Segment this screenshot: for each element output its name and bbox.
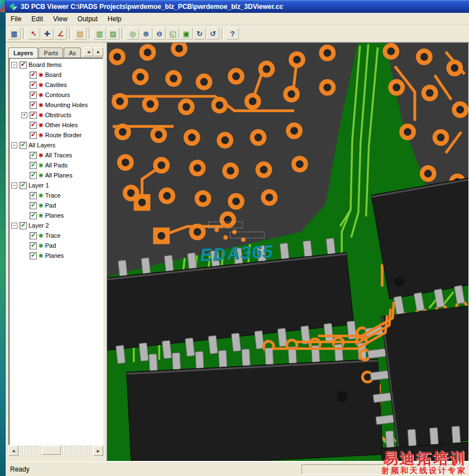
board-bottom-button[interactable]: ▨	[107, 27, 119, 40]
tree-item-obstructs[interactable]: + ✔ ◉ Obstructs	[10, 110, 103, 120]
layers-icon: ▤	[76, 30, 83, 38]
checkbox[interactable]: ✔	[30, 92, 37, 99]
checkbox[interactable]: ✔	[30, 102, 37, 109]
checkbox[interactable]: ✔	[30, 112, 37, 119]
status-bar: Ready	[6, 461, 469, 476]
tree-item-cavities[interactable]: ✔ ◉ Cavities	[10, 80, 103, 90]
layer-icon: ◉	[39, 172, 44, 179]
pcb-3d-viewport[interactable]: EDA365	[107, 42, 469, 461]
checkbox[interactable]: ✔	[20, 222, 27, 229]
status-panel	[302, 464, 465, 474]
checkbox[interactable]: ✔	[30, 122, 37, 129]
checkbox[interactable]: ✔	[30, 192, 37, 199]
pcb-3d-view[interactable]: EDA365	[107, 43, 468, 461]
collapse-icon[interactable]: −	[11, 182, 17, 189]
tree-item-layer2-pad[interactable]: ✔ ◉ Pad	[10, 241, 103, 251]
collapse-icon[interactable]: −	[11, 223, 17, 229]
collapse-icon[interactable]: −	[11, 62, 17, 68]
zoom-fit-button[interactable]: ◱	[166, 27, 179, 40]
zoom-all-icon: ▣	[183, 30, 189, 38]
layer-icon: ◉	[39, 152, 44, 158]
tree-item-all-planes[interactable]: ✔ ◉ All Planes	[10, 170, 103, 180]
layers-button[interactable]: ▤	[74, 27, 87, 40]
zoom-fit-icon: ◱	[169, 30, 176, 38]
zoom-all-button[interactable]: ▣	[180, 27, 193, 40]
rotate-view-icon: ↻	[197, 30, 203, 38]
zoom-window-button[interactable]: ◎	[126, 27, 139, 40]
checkbox[interactable]: ✔	[30, 242, 37, 249]
zoom-in-icon: ⊕	[143, 30, 149, 38]
zoom-out-button[interactable]: ⊖	[153, 27, 166, 40]
app-icon	[9, 2, 18, 11]
tree-item-layer1-planes[interactable]: ✔ ◉ Planes	[10, 210, 103, 220]
zoom-window-icon: ◎	[130, 30, 136, 38]
tab-parts[interactable]: Parts	[39, 47, 63, 57]
title-bar[interactable]: 3D PCB Viewer C:\PADS Projects\pwrdemoe_…	[6, 0, 469, 13]
checkbox[interactable]: ✔	[30, 172, 37, 179]
spin-view-button[interactable]: ↺	[207, 27, 219, 40]
tree-item-layer-1[interactable]: − ✔ Layer 1	[10, 180, 103, 190]
tree-item-board[interactable]: ✔ ◉ Board	[10, 70, 103, 80]
checkbox[interactable]: ✔	[30, 152, 37, 159]
tree-item-layer2-trace[interactable]: ✔ ◉ Trace	[10, 230, 103, 241]
checkbox[interactable]: ✔	[30, 132, 37, 139]
tree-item-layer2-planes[interactable]: ✔ ◉ Planes	[10, 251, 103, 261]
checkbox[interactable]: ✔	[30, 71, 37, 79]
tree-item-all-pads[interactable]: ✔ ◉ All Pads	[10, 160, 103, 170]
zoom-in-button[interactable]: ⊕	[140, 27, 152, 40]
rotate-view-button[interactable]: ↻	[193, 27, 206, 40]
tree-item-layer-2[interactable]: − ✔ Layer 2	[10, 220, 103, 230]
tab-scroll-left-icon[interactable]: ◄	[84, 47, 93, 56]
checkbox[interactable]: ✔	[20, 142, 27, 149]
checkbox[interactable]: ✔	[20, 61, 27, 69]
collapse-icon[interactable]: −	[11, 142, 17, 148]
desktop-icon-fragment	[0, 0, 5, 12]
eda365-watermark: EDA365	[200, 241, 274, 265]
tree-item-mounting-holes[interactable]: ✔ ◉ Mounting Holes	[10, 100, 103, 110]
tab-assemblies[interactable]: As	[64, 47, 81, 57]
select-button[interactable]: ↖	[27, 27, 40, 40]
desktop-background	[0, 0, 5, 476]
tree-item-all-layers[interactable]: − ✔ All Layers	[10, 140, 103, 150]
checkbox[interactable]: ✔	[30, 202, 37, 209]
tree-item-board-items[interactable]: − ✔ Board Items	[10, 60, 103, 70]
layer-icon: ◉	[39, 132, 44, 138]
checkbox[interactable]: ✔	[30, 252, 37, 259]
checkbox[interactable]: ✔	[30, 81, 37, 89]
tree-horizontal-scrollbar[interactable]: ◄ ►	[8, 446, 103, 455]
checkbox[interactable]: ✔	[30, 162, 37, 169]
menu-output[interactable]: Output	[73, 13, 103, 25]
toolbar-separator	[69, 28, 71, 39]
scroll-left-icon[interactable]: ◄	[8, 446, 18, 456]
tree-item-layer1-trace[interactable]: ✔ ◉ Trace	[10, 190, 103, 200]
checkbox[interactable]: ✔	[20, 182, 27, 189]
help-icon: ?	[231, 30, 235, 38]
tree-item-all-traces[interactable]: ✔ ◉ All Traces	[10, 150, 103, 160]
menu-edit[interactable]: Edit	[26, 13, 48, 25]
help-button[interactable]: ?	[226, 27, 239, 40]
viewer-grid-button[interactable]: ▦	[8, 27, 21, 40]
scroll-right-icon[interactable]: ►	[93, 446, 103, 456]
checkbox[interactable]: ✔	[30, 212, 37, 219]
measure-button[interactable]: ∠	[54, 27, 67, 40]
menu-help[interactable]: Help	[103, 13, 127, 25]
tree-item-layer1-pad[interactable]: ✔ ◉ Pad	[10, 200, 103, 210]
menu-view[interactable]: View	[48, 13, 73, 25]
tree-item-other-holes[interactable]: ✔ ◉ Other Holes	[10, 120, 103, 130]
layer-icon: ◉	[39, 242, 44, 249]
tab-layers[interactable]: Layers	[8, 47, 38, 58]
checkbox[interactable]: ✔	[30, 232, 37, 239]
tab-scroll-right-icon[interactable]: ►	[94, 47, 103, 56]
toolbar-separator	[222, 28, 224, 39]
window-title: 3D PCB Viewer C:\PADS Projects\pwrdemoe_…	[21, 3, 283, 11]
tree-item-contours[interactable]: ✔ ◉ Contours	[10, 90, 103, 100]
scroll-track[interactable]	[18, 446, 93, 455]
layer-icon: ◉	[39, 202, 44, 209]
crosshair-button[interactable]: ✚	[41, 27, 54, 40]
expand-icon[interactable]: +	[21, 112, 27, 118]
tree-item-route-border[interactable]: ✔ ◉ Route Border	[10, 130, 103, 140]
menu-file[interactable]: File	[6, 13, 26, 25]
scroll-thumb[interactable]	[42, 446, 61, 455]
select-icon: ↖	[31, 30, 37, 38]
board-top-button[interactable]: ▥	[93, 27, 106, 40]
